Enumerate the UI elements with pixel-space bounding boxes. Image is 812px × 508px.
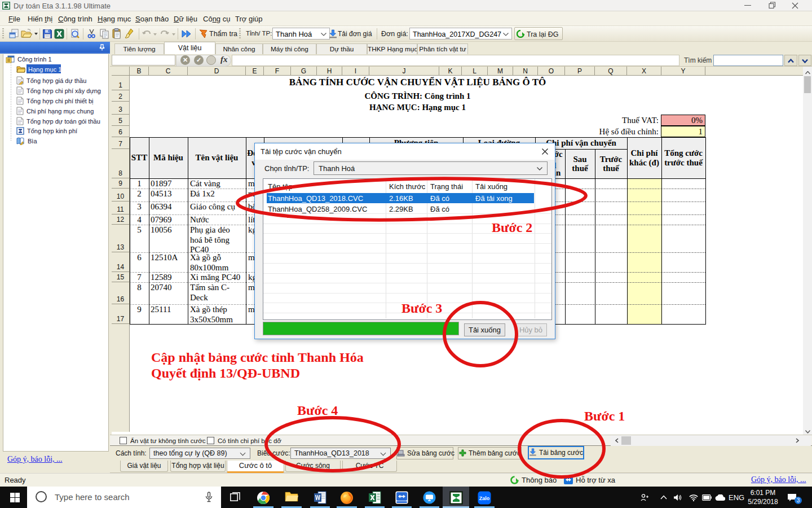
svg-text:Zalo: Zalo: [479, 496, 490, 501]
